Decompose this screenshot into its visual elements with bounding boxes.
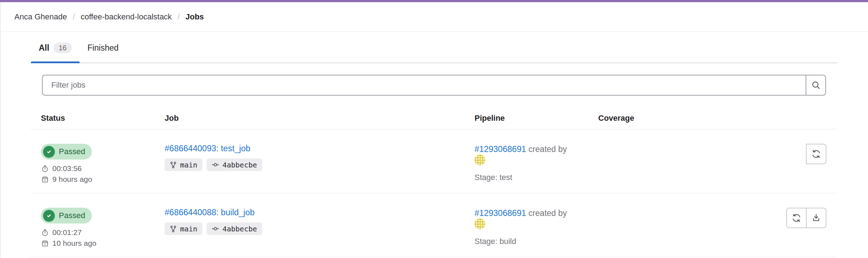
pipeline-stage: Stage: test: [475, 173, 588, 182]
status-badge-label: Passed: [59, 147, 85, 156]
tab-all-count-badge: 16: [53, 42, 71, 53]
timer-icon: [41, 165, 49, 173]
status-cell: Passed 00:01:27 10 hours ago: [31, 208, 155, 248]
tab-finished[interactable]: Finished: [80, 41, 127, 63]
pipeline-link[interactable]: #1293068691: [475, 208, 526, 218]
check-circle-icon: [43, 146, 55, 158]
job-link[interactable]: #6866440093: test_job: [165, 144, 250, 153]
commit-icon: [212, 225, 219, 232]
search-button[interactable]: [806, 75, 826, 96]
header-coverage: Coverage: [588, 109, 712, 129]
actions-cell: [712, 208, 837, 248]
retry-job-button[interactable]: [786, 208, 807, 228]
pipeline-link[interactable]: #1293068691: [475, 144, 526, 154]
calendar-icon: [41, 175, 49, 184]
coverage-cell: [588, 208, 712, 248]
job-duration: 00:03:56: [41, 164, 155, 173]
check-circle-icon: [43, 210, 55, 222]
status-badge-passed[interactable]: Passed: [41, 208, 92, 224]
retry-icon: [811, 149, 821, 159]
header-status: Status: [31, 109, 155, 129]
job-age: 9 hours ago: [41, 175, 155, 184]
breadcrumb-current-page: Jobs: [185, 12, 204, 22]
download-artifacts-button[interactable]: [806, 208, 826, 228]
status-cell: Passed 00:03:56 9 hours ago: [31, 144, 155, 184]
left-edge-divider: [0, 2, 1, 258]
header-pipeline: Pipeline: [464, 109, 588, 129]
status-badge-label: Passed: [59, 211, 85, 220]
branch-icon: [170, 225, 177, 232]
pipeline-creator-avatar[interactable]: [475, 218, 485, 229]
job-age: 10 hours ago: [41, 239, 155, 248]
commit-sha-badge[interactable]: 4abbecbe: [207, 222, 262, 235]
pipeline-cell: #1293068691 created by Stage: test: [464, 144, 588, 184]
breadcrumb-separator: /: [178, 12, 180, 22]
job-row: Passed 00:03:56 9 hours ago #6866440093:…: [31, 129, 837, 193]
timer-icon: [41, 229, 49, 237]
tab-finished-label: Finished: [88, 43, 119, 53]
jobs-tabs: All 16 Finished: [31, 41, 837, 63]
pipeline-creator-avatar[interactable]: [475, 155, 485, 165]
breadcrumb-separator: /: [73, 12, 75, 22]
retry-job-button[interactable]: [806, 144, 826, 164]
job-cell: #6866440088: build_job main 4abbecbe: [155, 208, 464, 248]
filter-bar: [42, 75, 826, 96]
calendar-icon: [41, 239, 49, 248]
actions-cell: [712, 144, 837, 184]
status-badge-passed[interactable]: Passed: [41, 144, 92, 160]
job-link[interactable]: #6866440088: build_job: [165, 208, 255, 217]
header-actions: [712, 109, 837, 129]
filter-jobs-input[interactable]: [42, 75, 806, 96]
pipeline-created-by-text: created by: [526, 144, 567, 154]
breadcrumb-project-link[interactable]: coffee-backend-localstack: [81, 12, 172, 22]
branch-ref-badge[interactable]: main: [165, 222, 202, 235]
download-icon: [811, 213, 821, 223]
branch-ref-badge[interactable]: main: [165, 158, 202, 171]
job-row: Passed 00:01:27 10 hours ago #6866440088…: [31, 193, 837, 257]
search-icon: [811, 80, 821, 90]
retry-icon: [792, 213, 801, 223]
tab-all-label: All: [39, 43, 49, 53]
pipeline-stage: Stage: build: [475, 237, 588, 246]
jobs-table-header: Status Job Pipeline Coverage: [31, 109, 837, 129]
breadcrumb-user-link[interactable]: Anca Ghenade: [14, 12, 67, 22]
jobs-table: Status Job Pipeline Coverage Passed: [31, 109, 837, 257]
tab-all[interactable]: All 16: [31, 41, 80, 63]
header-job: Job: [155, 109, 464, 129]
job-cell: #6866440093: test_job main 4abbecbe: [155, 144, 464, 184]
job-duration: 00:01:27: [41, 228, 155, 237]
coverage-cell: [588, 144, 712, 184]
breadcrumb: Anca Ghenade / coffee-backend-localstack…: [0, 2, 868, 32]
pipeline-created-by-text: created by: [526, 208, 567, 218]
commit-icon: [212, 161, 219, 169]
pipeline-cell: #1293068691 created by Stage: build: [464, 208, 588, 248]
commit-sha-badge[interactable]: 4abbecbe: [207, 158, 262, 171]
branch-icon: [170, 161, 177, 169]
